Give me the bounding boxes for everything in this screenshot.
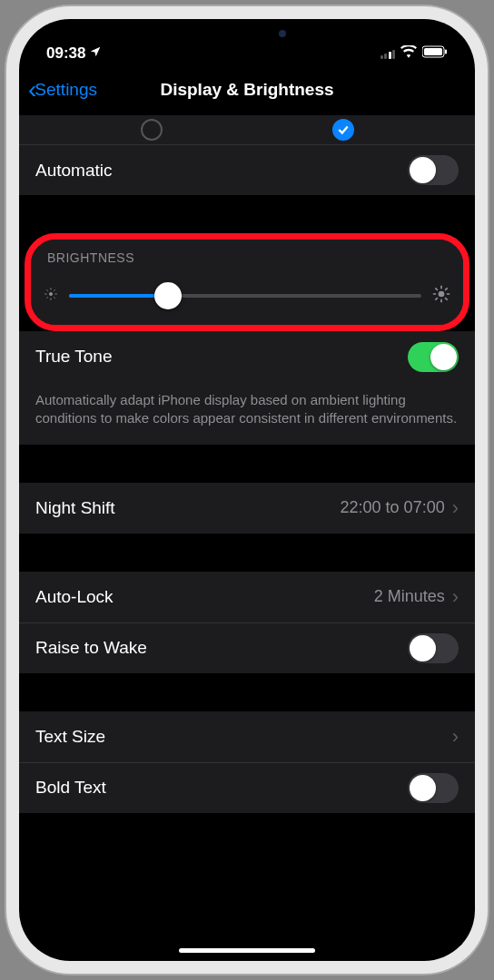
- textsize-row[interactable]: Text Size ›: [19, 711, 475, 762]
- battery-icon: [422, 44, 448, 63]
- content: Automatic BRIGHTNESS: [19, 115, 475, 813]
- automatic-label: Automatic: [35, 161, 408, 181]
- brightness-header: BRIGHTNESS: [31, 240, 463, 272]
- svg-line-19: [435, 298, 438, 300]
- back-button[interactable]: ‹ Settings: [28, 75, 97, 104]
- spacer: [19, 195, 475, 233]
- svg-line-8: [46, 289, 47, 290]
- brightness-slider[interactable]: [69, 294, 421, 298]
- appearance-selector: [19, 115, 475, 144]
- raisetowake-label: Raise to Wake: [35, 638, 408, 658]
- home-indicator[interactable]: [179, 948, 315, 953]
- autolock-label: Auto-Lock: [35, 587, 374, 607]
- phone-frame: 09:38 ‹ Settings: [6, 6, 488, 974]
- svg-line-18: [445, 298, 448, 300]
- brightness-highlight: BRIGHTNESS: [25, 233, 469, 331]
- truetone-label: True Tone: [35, 347, 408, 367]
- svg-line-11: [54, 289, 54, 290]
- truetone-footer: Automatically adapt iPhone display based…: [19, 382, 475, 445]
- boldtext-toggle[interactable]: [408, 773, 459, 803]
- boldtext-row[interactable]: Bold Text: [19, 762, 475, 813]
- slider-fill: [69, 294, 168, 298]
- svg-rect-2: [445, 50, 447, 54]
- spacer: [19, 445, 475, 483]
- chevron-right-icon: ›: [452, 725, 459, 749]
- automatic-row[interactable]: Automatic: [19, 144, 475, 195]
- status-left: 09:38: [46, 44, 102, 63]
- svg-line-10: [46, 297, 47, 298]
- chevron-right-icon: ›: [452, 585, 459, 609]
- status-time: 09:38: [46, 44, 85, 63]
- nightshift-value: 22:00 to 07:00: [341, 498, 445, 517]
- raisetowake-toggle[interactable]: [408, 633, 459, 663]
- sun-large-icon: [432, 285, 450, 307]
- svg-rect-1: [424, 48, 442, 55]
- spacer: [19, 534, 475, 572]
- truetone-row[interactable]: True Tone: [19, 331, 475, 382]
- svg-point-12: [439, 291, 445, 298]
- chevron-right-icon: ›: [452, 496, 459, 520]
- textsize-label: Text Size: [35, 727, 452, 747]
- page-title: Display & Brightness: [160, 80, 333, 100]
- nightshift-row[interactable]: Night Shift 22:00 to 07:00 ›: [19, 483, 475, 534]
- svg-point-3: [49, 292, 53, 296]
- sun-small-icon: [44, 287, 58, 305]
- svg-line-9: [54, 297, 54, 298]
- cellular-icon: [380, 48, 396, 59]
- boldtext-label: Bold Text: [35, 778, 408, 798]
- autolock-value: 2 Minutes: [374, 587, 445, 606]
- slider-knob[interactable]: [154, 282, 182, 309]
- autolock-row[interactable]: Auto-Lock 2 Minutes ›: [19, 572, 475, 622]
- back-label: Settings: [35, 80, 97, 100]
- nav-bar: ‹ Settings Display & Brightness: [19, 64, 475, 115]
- status-right: [380, 44, 449, 63]
- automatic-toggle[interactable]: [408, 155, 459, 185]
- notch: [143, 19, 351, 48]
- screen: 09:38 ‹ Settings: [19, 19, 475, 961]
- nightshift-label: Night Shift: [35, 498, 341, 518]
- truetone-toggle[interactable]: [408, 342, 459, 372]
- location-icon: [89, 44, 102, 63]
- raisetowake-row[interactable]: Raise to Wake: [19, 622, 475, 673]
- appearance-light-radio[interactable]: [141, 119, 163, 141]
- appearance-dark-radio[interactable]: [332, 119, 354, 141]
- svg-line-17: [435, 288, 438, 290]
- brightness-slider-row: [31, 272, 463, 325]
- svg-line-20: [445, 288, 448, 290]
- wifi-icon: [400, 44, 417, 63]
- spacer: [19, 673, 475, 711]
